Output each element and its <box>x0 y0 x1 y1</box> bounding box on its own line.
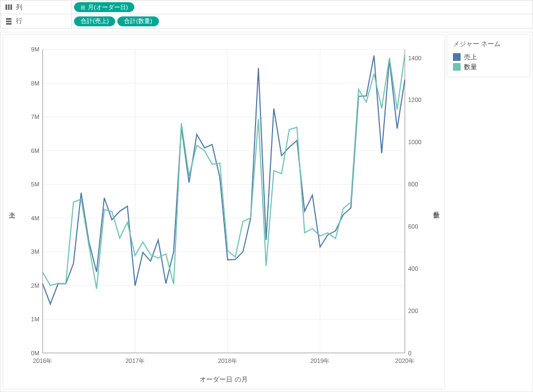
svg-text:1200: 1200 <box>408 96 421 103</box>
columns-pill-container[interactable]: ⊞月(オーダー日) <box>72 1 532 14</box>
svg-text:2020年: 2020年 <box>395 357 415 364</box>
y-right-axis-title: 数量 <box>431 41 441 373</box>
field-pill[interactable]: ⊞月(オーダー日) <box>74 2 134 12</box>
main-area: 売上 0M1M2M3M4M5M6M7M8M9M02004006008001000… <box>0 32 533 392</box>
svg-text:5M: 5M <box>31 181 39 188</box>
svg-text:2019年: 2019年 <box>310 357 330 364</box>
field-pill[interactable]: 合計(売上) <box>74 16 115 26</box>
svg-rect-5 <box>6 23 12 25</box>
legend-panel[interactable]: メジャー ネーム 売上数量 <box>447 35 530 76</box>
rows-icon <box>5 18 13 25</box>
legend-label: 数量 <box>464 63 477 72</box>
series-line-right[interactable] <box>43 55 405 289</box>
svg-text:3M: 3M <box>31 248 39 255</box>
svg-text:8M: 8M <box>31 80 39 87</box>
rows-pill-container[interactable]: 合計(売上)合計(数量) <box>72 14 532 28</box>
legend-swatch <box>453 53 461 61</box>
columns-label-text: 列 <box>16 3 22 12</box>
pill-label: 合計(売上) <box>81 17 109 25</box>
field-pill[interactable]: 合計(数量) <box>117 16 158 26</box>
svg-text:4M: 4M <box>31 215 39 221</box>
legend-items: 売上数量 <box>453 52 524 72</box>
app-root: 列 ⊞月(オーダー日) 行 合計(売上)合計(数量) 売上 0M1M2M3M4M… <box>0 0 533 392</box>
svg-text:200: 200 <box>408 308 418 314</box>
svg-rect-1 <box>8 4 10 10</box>
svg-text:0M: 0M <box>31 350 39 356</box>
svg-text:2016年: 2016年 <box>33 357 52 364</box>
svg-rect-2 <box>10 4 12 10</box>
rows-shelf-label: 行 <box>1 14 72 28</box>
x-axis-title: オーダー日 の月 <box>7 373 441 384</box>
columns-shelf[interactable]: 列 ⊞月(オーダー日) <box>0 0 533 14</box>
legend-item[interactable]: 売上 <box>453 52 524 62</box>
svg-text:2017年: 2017年 <box>126 357 145 364</box>
svg-rect-0 <box>5 4 7 10</box>
columns-icon <box>5 4 13 10</box>
svg-text:9M: 9M <box>31 46 39 53</box>
svg-text:0: 0 <box>408 350 411 356</box>
svg-text:7M: 7M <box>31 113 39 120</box>
legend-swatch <box>453 63 461 71</box>
legend-label: 売上 <box>464 53 477 62</box>
chart-body: 売上 0M1M2M3M4M5M6M7M8M9M02004006008001000… <box>7 41 441 373</box>
svg-text:6M: 6M <box>31 147 39 154</box>
svg-text:1400: 1400 <box>408 54 421 61</box>
svg-text:400: 400 <box>408 265 418 272</box>
svg-rect-3 <box>6 18 12 20</box>
rows-shelf[interactable]: 行 合計(売上)合計(数量) <box>0 14 533 29</box>
svg-text:2018年: 2018年 <box>218 357 237 364</box>
pill-icon: ⊞ <box>81 4 85 10</box>
svg-text:2M: 2M <box>31 282 39 289</box>
legend-title: メジャー ネーム <box>453 39 524 49</box>
rows-label-text: 行 <box>16 16 22 26</box>
svg-text:1M: 1M <box>31 316 39 322</box>
svg-text:1000: 1000 <box>408 139 421 145</box>
columns-shelf-label: 列 <box>1 1 72 14</box>
svg-rect-4 <box>6 20 12 22</box>
plot-area[interactable]: 0M1M2M3M4M5M6M7M8M9M02004006008001000120… <box>16 41 431 373</box>
series-line-left[interactable] <box>43 55 405 304</box>
pill-label: 合計(数量) <box>124 17 152 25</box>
y-left-axis-title: 売上 <box>7 41 16 373</box>
line-chart-svg[interactable]: 0M1M2M3M4M5M6M7M8M9M02004006008001000120… <box>16 41 431 373</box>
svg-text:800: 800 <box>408 181 418 188</box>
legend-item[interactable]: 数量 <box>453 62 524 72</box>
pill-label: 月(オーダー日) <box>88 3 128 12</box>
chart-panel: 売上 0M1M2M3M4M5M6M7M8M9M02004006008001000… <box>3 35 444 389</box>
svg-text:600: 600 <box>408 223 418 230</box>
